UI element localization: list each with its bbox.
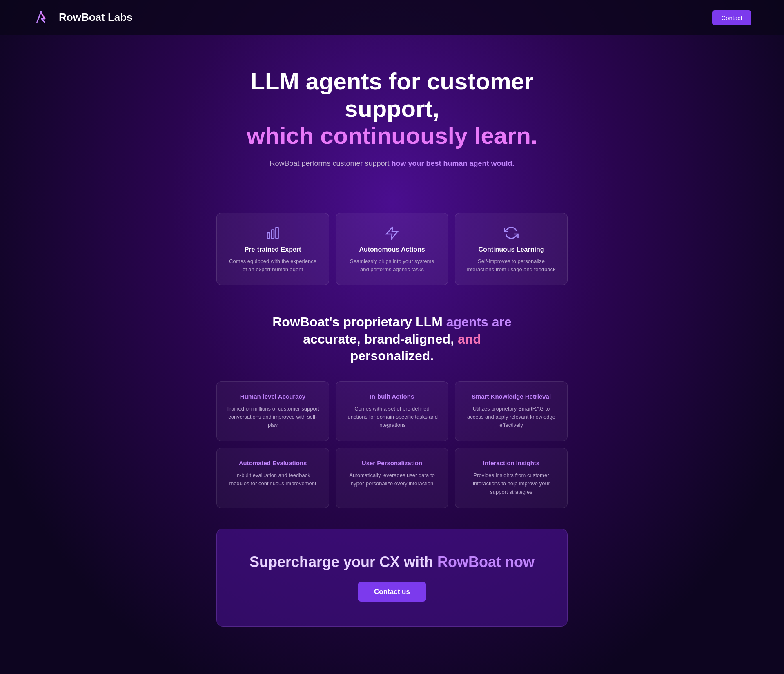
svg-point-0: [40, 11, 42, 13]
cta-section: Supercharge your CX with RowBoat now Con…: [208, 529, 576, 627]
feature-card-pretrained-title: Pre-trained Expert: [227, 246, 319, 253]
top-features-grid: Pre-trained Expert Comes equipped with t…: [216, 213, 568, 285]
capability-personalization-desc: Automatically leverages user data to hyp…: [345, 471, 439, 488]
svg-rect-2: [272, 230, 274, 239]
feature-card-pretrained: Pre-trained Expert Comes equipped with t…: [216, 213, 329, 285]
capability-knowledge-title: Smart Knowledge Retrieval: [464, 393, 558, 400]
capability-card-evaluations: Automated Evaluations In-built evaluatio…: [216, 448, 329, 508]
feature-card-learning-desc: Self-improves to personalize interaction…: [465, 257, 557, 273]
logo-icon: [33, 7, 53, 28]
capability-insights-desc: Provides insights from customer interact…: [464, 471, 558, 496]
capability-actions-title: In-built Actions: [345, 393, 439, 400]
feature-card-autonomous: Autonomous Actions Seamlessly plugs into…: [336, 213, 448, 285]
capability-insights-title: Interaction Insights: [464, 460, 558, 466]
hero-subtitle: RowBoat performs customer support how yo…: [16, 159, 768, 168]
cta-contact-button[interactable]: Contact us: [358, 582, 426, 602]
hero-title: LLM agents for customer support, which c…: [208, 68, 576, 150]
feature-card-autonomous-title: Autonomous Actions: [346, 246, 438, 253]
capability-knowledge-desc: Utilizes proprietary SmartRAG to access …: [464, 405, 558, 429]
lightning-icon: [385, 225, 399, 240]
hero-section: LLM agents for customer support, which c…: [0, 35, 784, 192]
svg-rect-1: [267, 233, 270, 239]
feature-card-learning-title: Continuous Learning: [465, 246, 557, 253]
feature-card-pretrained-desc: Comes equipped with the experience of an…: [227, 257, 319, 273]
feature-card-learning: Continuous Learning Self-improves to per…: [455, 213, 568, 285]
navbar: RowBoat Labs Contact: [0, 0, 784, 35]
capability-accuracy-desc: Trained on millions of customer support …: [226, 405, 320, 429]
cta-title: Supercharge your CX with RowBoat now: [233, 553, 551, 571]
capability-personalization-title: User Personalization: [345, 460, 439, 466]
capability-evaluations-desc: In-built evaluation and feedback modules…: [226, 471, 320, 488]
brand-name: RowBoat Labs: [59, 11, 133, 24]
logo: RowBoat Labs: [33, 7, 133, 28]
capabilities-grid: Human-level Accuracy Trained on millions…: [208, 381, 576, 508]
nav-contact-button[interactable]: Contact: [712, 10, 751, 25]
top-features-section: Pre-trained Expert Comes equipped with t…: [208, 213, 576, 285]
capability-card-actions: In-built Actions Comes with a set of pre…: [336, 381, 448, 441]
capability-evaluations-title: Automated Evaluations: [226, 460, 320, 466]
cta-box: Supercharge your CX with RowBoat now Con…: [216, 529, 568, 627]
capability-card-insights: Interaction Insights Provides insights f…: [455, 448, 568, 508]
capability-card-knowledge: Smart Knowledge Retrieval Utilizes propr…: [455, 381, 568, 441]
capability-accuracy-title: Human-level Accuracy: [226, 393, 320, 400]
capability-actions-desc: Comes with a set of pre-defined function…: [345, 405, 439, 429]
capabilities-section-title: RowBoat's proprietary LLM agents are acc…: [249, 314, 535, 365]
capability-card-personalization: User Personalization Automatically lever…: [336, 448, 448, 508]
svg-rect-3: [276, 228, 278, 239]
feature-card-autonomous-desc: Seamlessly plugs into your systems and p…: [346, 257, 438, 273]
refresh-icon: [504, 225, 519, 240]
bar-chart-icon: [265, 225, 280, 240]
capability-card-accuracy: Human-level Accuracy Trained on millions…: [216, 381, 329, 441]
